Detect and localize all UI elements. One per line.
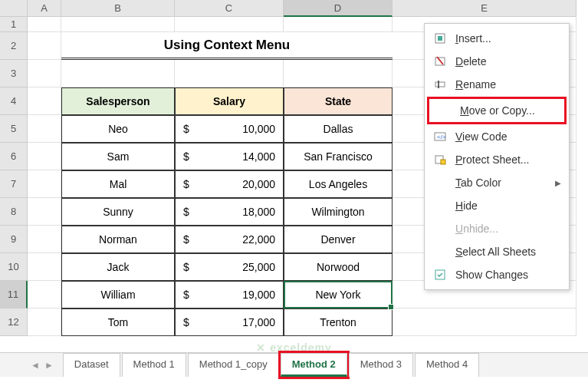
- sheet-tab[interactable]: Method 2: [281, 353, 347, 377]
- menu-insert[interactable]: Insert...: [425, 27, 569, 50]
- menu-label: Unhide...: [455, 223, 561, 235]
- menu-label: View Code: [455, 130, 561, 143]
- menu-tab-color[interactable]: Tab Color ▶: [425, 171, 569, 194]
- tab-prev-icon[interactable]: ◄: [31, 360, 40, 371]
- menu-label: Hide: [455, 200, 561, 212]
- menu-label: Select All Sheets: [455, 246, 561, 258]
- cell-name[interactable]: Sunny: [61, 198, 175, 226]
- header-salary[interactable]: Salary: [175, 87, 284, 115]
- menu-view-code[interactable]: </> View Code: [425, 125, 569, 148]
- tab-next-icon[interactable]: ►: [44, 360, 54, 371]
- cell-state[interactable]: Wilmington: [284, 198, 393, 226]
- cell-salary[interactable]: $14,000: [175, 143, 284, 170]
- menu-label: Show Changes: [455, 269, 561, 281]
- row-header-4[interactable]: 4: [0, 87, 28, 115]
- move-copy-icon: [437, 103, 452, 118]
- sheet-tab[interactable]: Method 3: [349, 353, 413, 377]
- chevron-right-icon: ▶: [555, 179, 561, 187]
- menu-select-all-sheets[interactable]: Select All Sheets: [425, 240, 569, 263]
- cell-a5[interactable]: [28, 115, 61, 143]
- row-header-1[interactable]: 1: [0, 17, 28, 32]
- svg-rect-4: [435, 82, 445, 87]
- row-header-3[interactable]: 3: [0, 60, 28, 87]
- cell-state[interactable]: Norwood: [284, 253, 393, 281]
- col-header-c[interactable]: C: [175, 0, 284, 17]
- cell-e12[interactable]: [393, 308, 577, 336]
- cell-state[interactable]: Los Angeles: [284, 170, 393, 198]
- protect-icon: [432, 152, 448, 167]
- col-header-a[interactable]: A: [28, 0, 61, 17]
- cell-a4[interactable]: [28, 87, 61, 115]
- cell-a1[interactable]: [28, 17, 61, 32]
- cell-state[interactable]: San Francisco: [284, 143, 393, 170]
- cell-a6[interactable]: [28, 143, 61, 170]
- cell-state[interactable]: Dallas: [284, 115, 393, 143]
- menu-delete[interactable]: Delete: [425, 50, 569, 73]
- hide-icon: [432, 198, 448, 213]
- cell-salary[interactable]: $18,000: [175, 198, 284, 226]
- title-cell[interactable]: Using Context Menu: [61, 32, 393, 60]
- cell-d1[interactable]: [284, 17, 393, 32]
- cell-b3[interactable]: [61, 60, 175, 87]
- cell-state[interactable]: Trenton: [284, 308, 393, 336]
- cell-b1[interactable]: [61, 17, 175, 32]
- cell-d3[interactable]: [284, 60, 393, 87]
- row-header-2[interactable]: 2: [0, 32, 28, 60]
- col-header-d[interactable]: D: [284, 0, 393, 17]
- cell-a2[interactable]: [28, 32, 61, 60]
- menu-label: Tab Color: [455, 177, 555, 189]
- menu-hide[interactable]: Hide: [425, 194, 569, 217]
- header-salesperson[interactable]: Salesperson: [61, 87, 175, 115]
- cell-a12[interactable]: [28, 308, 61, 336]
- col-header-b[interactable]: B: [61, 0, 175, 17]
- cell-a7[interactable]: [28, 170, 61, 198]
- cell-c1[interactable]: [175, 17, 284, 32]
- sheet-tab[interactable]: Dataset: [63, 353, 120, 377]
- row-header-10[interactable]: 10: [0, 253, 28, 281]
- cell-name[interactable]: Mal: [61, 170, 175, 198]
- cell-a9[interactable]: [28, 226, 61, 253]
- cell-c3[interactable]: [175, 60, 284, 87]
- row-header-12[interactable]: 12: [0, 308, 28, 336]
- cell-name[interactable]: Sam: [61, 143, 175, 170]
- cell-name[interactable]: William: [61, 281, 175, 308]
- cell-name[interactable]: Neo: [61, 115, 175, 143]
- svg-rect-9: [441, 160, 445, 164]
- cell-state[interactable]: Denver: [284, 226, 393, 253]
- col-header-e[interactable]: E: [393, 0, 577, 17]
- unhide-icon: [432, 221, 448, 236]
- cell-salary[interactable]: $19,000: [175, 281, 284, 308]
- row-header-11[interactable]: 11: [0, 281, 28, 308]
- cell-state[interactable]: New York: [284, 281, 393, 308]
- sheet-tabs-bar: ◄ ► DatasetMethod 1Method 1_copyMethod 2…: [0, 352, 588, 377]
- sheet-tab[interactable]: Method 1_copy: [188, 353, 279, 377]
- cell-salary[interactable]: $10,000: [175, 115, 284, 143]
- cell-salary[interactable]: $22,000: [175, 226, 284, 253]
- menu-show-changes[interactable]: Show Changes: [425, 263, 569, 286]
- cell-a3[interactable]: [28, 60, 61, 87]
- menu-move-copy[interactable]: Move or Copy...: [429, 99, 564, 122]
- sheet-tab[interactable]: Method 4: [415, 353, 479, 377]
- cell-salary[interactable]: $25,000: [175, 253, 284, 281]
- cell-salary[interactable]: $20,000: [175, 170, 284, 198]
- row-header-6[interactable]: 6: [0, 143, 28, 170]
- menu-unhide: Unhide...: [425, 217, 569, 240]
- sheet-tab[interactable]: Method 1: [122, 353, 186, 377]
- row-header-5[interactable]: 5: [0, 115, 28, 143]
- delete-icon: [432, 54, 448, 69]
- row-header-9[interactable]: 9: [0, 226, 28, 253]
- cell-a8[interactable]: [28, 198, 61, 226]
- row-header-7[interactable]: 7: [0, 170, 28, 198]
- cell-a11[interactable]: [28, 281, 61, 308]
- menu-protect-sheet[interactable]: Protect Sheet...: [425, 148, 569, 171]
- cell-salary[interactable]: $17,000: [175, 308, 284, 336]
- select-all-corner[interactable]: [0, 0, 28, 17]
- cell-name[interactable]: Jack: [61, 253, 175, 281]
- cell-name[interactable]: Tom: [61, 308, 175, 336]
- cell-name[interactable]: Norman: [61, 226, 175, 253]
- rename-icon: [432, 77, 448, 92]
- header-state[interactable]: State: [284, 87, 393, 115]
- menu-rename[interactable]: Rename: [425, 73, 569, 96]
- row-header-8[interactable]: 8: [0, 198, 28, 226]
- cell-a10[interactable]: [28, 253, 61, 281]
